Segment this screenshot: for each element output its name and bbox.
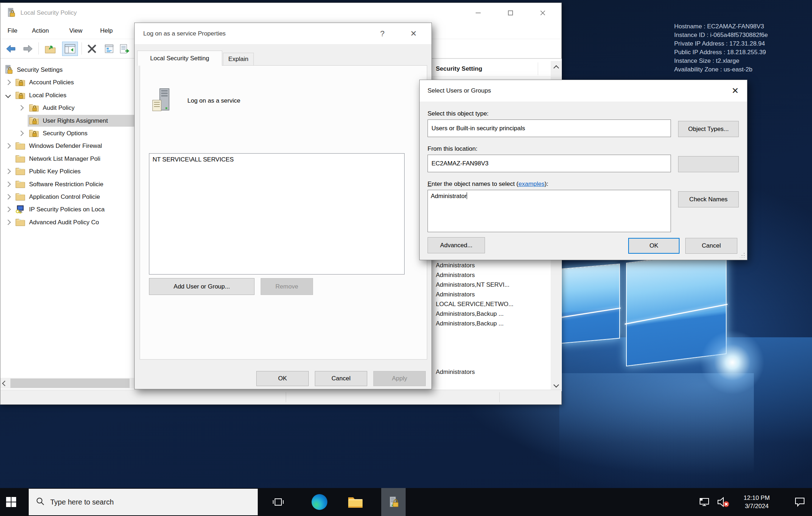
tab-local-security-setting[interactable]: Local Security Setting [137,51,222,66]
tree-item-audit-policy[interactable]: Audit Policy [0,102,135,114]
chevron-right-icon[interactable] [18,131,24,136]
cancel-button[interactable]: Cancel [685,238,737,254]
column-divider[interactable] [538,62,538,75]
network-icon[interactable] [696,488,713,516]
tree-item-software-restriction-policie[interactable]: Software Restriction Policie [0,178,135,191]
horizontal-scrollbar[interactable] [0,378,135,389]
ipsec-icon [15,205,25,214]
logon-as-service-properties-dialog: Log on as a service Properties ? ✕ Local… [134,23,432,389]
list-row[interactable]: Administrators [436,261,549,270]
object-types-button[interactable]: Object Types... [678,121,739,137]
maximize-button[interactable] [502,3,519,23]
tree-item-account-policies[interactable]: Account Policies [0,76,135,89]
tree-item-label: Security Options [43,127,88,140]
list-row[interactable]: Administrators [436,270,549,280]
chevron-down-icon[interactable] [5,93,11,98]
dialog-title-bar[interactable]: Select Users or Groups ✕ [420,80,747,102]
minimize-button[interactable] [470,3,486,23]
chevron-right-icon[interactable] [18,105,24,111]
delete-icon[interactable] [86,43,98,55]
examples-link[interactable]: examples [518,180,545,187]
tree-item-advanced-audit-policy-co[interactable]: Advanced Audit Policy Co [0,216,135,229]
cancel-button[interactable]: Cancel [315,371,367,386]
file-explorer-icon[interactable] [345,488,366,516]
check-names-button[interactable]: Check Names [678,191,739,207]
folder-icon [15,166,25,176]
chevron-right-icon[interactable] [5,182,11,187]
windows-logo-pane-left [557,263,620,344]
chevron-right-icon[interactable] [5,143,11,149]
list-row[interactable] [436,357,549,367]
edge-icon[interactable] [309,488,330,516]
tree-item-application-control-policie[interactable]: Application Control Policie [0,191,135,203]
tree-item-security-settings[interactable]: Security Settings [0,64,135,76]
list-row[interactable] [436,348,549,357]
principal-entry[interactable]: NT SERVICE\ALL SERVICES [153,156,404,163]
properties-doc-icon[interactable] [103,43,115,55]
start-button[interactable] [0,488,22,516]
tree-item-public-key-policies[interactable]: Public Key Policies [0,165,135,178]
show-console-tree-button[interactable] [62,42,78,56]
close-icon[interactable]: ✕ [727,80,743,102]
list-row[interactable]: Administrators,Backup ... [436,309,549,319]
menu-file[interactable]: File [6,23,19,39]
tree-item-ip-security-policies-on-loca[interactable]: IP Security Policies on Loca [0,203,135,216]
window-title: Local Security Policy [20,3,77,23]
tab-explain[interactable]: Explain [223,53,254,66]
close-icon[interactable]: ✕ [406,23,421,44]
chevron-right-icon[interactable] [5,80,11,85]
scrollbar-thumb[interactable] [10,379,130,388]
advanced-button[interactable]: Advanced... [428,237,485,253]
help-button[interactable]: ? [374,23,390,44]
list-row[interactable]: LOCAL SERVICE,NETWO... [436,299,549,309]
list-row[interactable] [436,338,549,348]
chevron-right-icon[interactable] [5,207,11,212]
object-names-input[interactable]: Administrator [428,190,671,232]
list-row[interactable]: Administrators [436,290,549,299]
folder-icon [15,179,25,189]
list-row[interactable]: Administrators [436,367,549,377]
taskbar-clock[interactable]: 12:10 PM 3/7/2024 [735,488,778,516]
taskbar-app-local-security-policy[interactable] [381,488,406,516]
search-input[interactable] [50,498,238,507]
tree-item-network-list-manager-poli[interactable]: Network List Manager Poli [0,153,135,165]
action-center-icon[interactable] [790,488,810,516]
tree-item-user-rights-assignment[interactable]: User Rights Assignment [0,114,135,127]
resize-grip[interactable] [740,253,745,258]
window-title-bar[interactable]: Local Security Policy [0,3,561,23]
taskbar-search[interactable] [29,489,258,515]
folder-lock-icon [29,128,39,138]
tree-item-security-options[interactable]: Security Options [0,127,135,140]
scroll-left-icon[interactable] [0,378,9,389]
task-view-icon[interactable] [267,488,289,516]
chevron-right-icon[interactable] [5,194,11,200]
tree-item-windows-defender-firewal[interactable]: Windows Defender Firewal [0,140,135,152]
forward-arrow-icon[interactable] [22,43,34,55]
ok-button[interactable]: OK [628,238,680,254]
chevron-right-icon[interactable] [5,169,11,174]
list-row[interactable] [436,328,549,338]
ok-button[interactable]: OK [256,371,309,386]
remove-button[interactable]: Remove [261,278,313,295]
locations-button[interactable] [678,156,739,172]
column-header-security-setting[interactable]: Security Setting [436,61,482,77]
export-list-icon[interactable] [119,43,131,55]
scroll-up-icon[interactable] [551,61,561,75]
export-policy-icon[interactable] [44,43,56,55]
menu-help[interactable]: Help [99,23,114,39]
list-row[interactable]: Administrators,NT SERVI... [436,280,549,290]
from-location-field: EC2AMAZ-FAN98V3 [428,155,671,172]
add-user-or-group-button[interactable]: Add User or Group... [149,278,255,295]
tree-item-local-policies[interactable]: Local Policies [0,89,135,102]
console-tree-pane: Security SettingsAccount PoliciesLocal P… [0,58,135,378]
apply-button[interactable]: Apply [373,371,426,386]
assigned-principals-listbox[interactable]: NT SERVICE\ALL SERVICES [149,153,405,275]
dialog-title-bar[interactable]: Log on as a service Properties ? ✕ [135,23,431,44]
menu-action[interactable]: Action [31,23,50,39]
volume-muted-icon[interactable] [714,488,732,516]
back-arrow-icon[interactable] [5,43,17,55]
close-button[interactable] [535,3,551,23]
chevron-right-icon[interactable] [5,220,11,225]
list-row[interactable]: Administrators,Backup ... [436,319,549,328]
menu-view[interactable]: View [68,23,84,39]
